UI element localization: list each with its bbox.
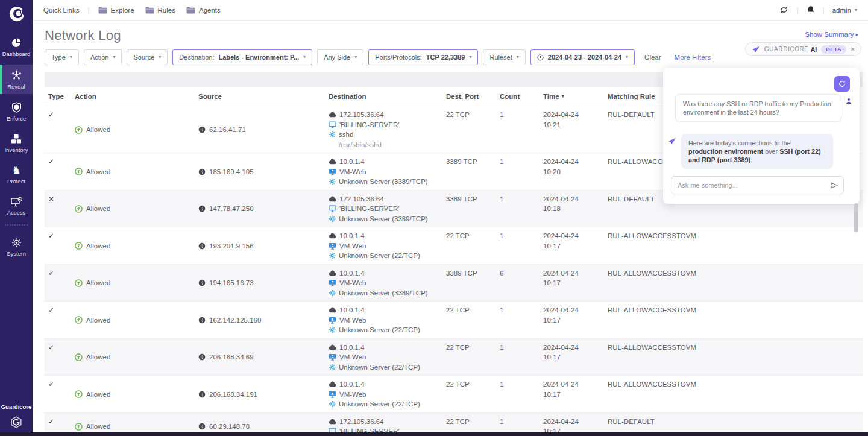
- filter-type[interactable]: Type▾: [45, 49, 79, 65]
- sidebar-item-reveal[interactable]: Reveal: [0, 65, 33, 94]
- table-row[interactable]: ✓Allowed206.168.34.6910.0.1.4VM-WebUnkno…: [45, 339, 863, 376]
- filter-any-side[interactable]: Any Side▾: [317, 49, 363, 65]
- gear-icon: [329, 131, 336, 138]
- clock-icon: [537, 54, 544, 61]
- topbar: Quick Links | ExploreRulesAgents | | adm…: [33, 0, 868, 21]
- sidebar-item-dashboard[interactable]: Dashboard: [0, 33, 33, 62]
- type-cell: ✓: [45, 305, 75, 335]
- filter-buttons: Type▾Action▾Source▾Destination:Labels - …: [45, 49, 635, 65]
- folder-icon: [98, 7, 107, 14]
- column-header-type[interactable]: Type: [45, 93, 75, 100]
- time-date: 2024-04-24: [543, 194, 608, 204]
- filter-date-range[interactable]: 2024-04-23 - 2024-04-24▾: [530, 49, 635, 65]
- time-cell: 2024-04-2410:17: [543, 268, 608, 299]
- check-icon: ✓: [48, 306, 54, 314]
- table-row[interactable]: ✓Allowed162.142.125.16010.0.1.4VM-WebUnk…: [45, 302, 863, 339]
- destination-line: /usr/sbin/sshd: [329, 140, 446, 150]
- cloud-icon: [329, 419, 336, 425]
- vm-icon: [329, 168, 336, 175]
- globe-icon: [198, 279, 206, 286]
- filter-label: Ports/Protocols:: [375, 54, 422, 61]
- destination-text: 'BILLING-SERVER': [339, 120, 399, 130]
- allowed-icon: [75, 423, 83, 431]
- destination-cell: 10.0.1.4VM-WebUnknown Server (22/TCP): [329, 305, 446, 335]
- table-row[interactable]: ✓Allowed206.168.34.19110.0.1.4VM-WebUnkn…: [45, 376, 863, 413]
- cloud-icon: [329, 112, 336, 118]
- allowed-icon: [75, 390, 83, 398]
- time-clock: 10:17: [543, 390, 608, 400]
- column-header-time[interactable]: Time▾: [543, 93, 608, 100]
- caret-icon: ▾: [113, 55, 115, 60]
- sidebar-item-inventory[interactable]: Inventory: [0, 129, 33, 157]
- filter-source[interactable]: Source▾: [127, 49, 168, 65]
- filter-ports-protocols[interactable]: Ports/Protocols:TCP 22,3389▾: [368, 49, 478, 65]
- count-cell: 1: [500, 194, 543, 224]
- monitor-icon: [329, 205, 336, 212]
- globe-icon: [198, 205, 206, 212]
- column-header-destination[interactable]: Destination: [329, 93, 446, 100]
- matching-rule-cell: RUL-ALLOWACCESSTOVM: [608, 268, 863, 299]
- user-menu[interactable]: admin ▾: [832, 7, 857, 14]
- monitor-icon: [329, 121, 336, 128]
- time-cell: 2024-04-2410:17: [543, 305, 608, 335]
- topbar-link-agents[interactable]: Agents: [186, 7, 221, 14]
- filter-label: Any Side: [324, 54, 350, 61]
- guardicore-logo-icon[interactable]: [7, 5, 25, 23]
- type-cell: ✓: [45, 157, 75, 187]
- chat-reset-button[interactable]: [834, 76, 850, 92]
- column-header-action[interactable]: Action: [75, 93, 198, 100]
- sidebar-item-label: Access: [7, 209, 26, 216]
- topbar-divider: |: [87, 6, 89, 14]
- send-button[interactable]: [830, 182, 838, 189]
- time-cell: 2024-04-2410:17: [543, 343, 608, 373]
- type-cell: ✓: [45, 343, 75, 373]
- refresh-icon[interactable]: [779, 6, 788, 14]
- filter-destination[interactable]: Destination:Labels - Environment: P...▾: [172, 49, 312, 65]
- globe-icon: [198, 391, 206, 398]
- destination-text: sshd: [339, 130, 353, 140]
- sidebar-item-enforce[interactable]: Enforce: [0, 97, 33, 126]
- destination-text: Unknown Server (22/TCP): [339, 399, 420, 409]
- topbar-link-rules[interactable]: Rules: [145, 7, 175, 14]
- sidebar-item-protect[interactable]: ♞Protect: [0, 160, 33, 189]
- caret-icon: ▾: [70, 55, 72, 60]
- protect-icon: ♞: [11, 165, 20, 175]
- filter-ruleset[interactable]: Ruleset▾: [483, 49, 525, 65]
- close-icon[interactable]: ×: [851, 46, 855, 53]
- clear-filters-link[interactable]: Clear: [644, 54, 661, 61]
- column-header-label: Matching Rule: [608, 93, 655, 100]
- source-ip: 206.168.34.69: [209, 352, 254, 362]
- time-cell: 2024-04-2410:17: [543, 379, 608, 409]
- column-header-count[interactable]: Count: [500, 93, 543, 100]
- chat-input[interactable]: [678, 182, 830, 189]
- quick-links-link[interactable]: Quick Links: [43, 7, 79, 14]
- guardicore-ai-pill[interactable]: GUARDICORE AI BETA ×: [745, 42, 861, 56]
- sidebar-item-system[interactable]: System: [0, 233, 33, 261]
- filter-action[interactable]: Action▾: [84, 49, 122, 65]
- globe-icon: [198, 168, 206, 175]
- notifications-bell-icon[interactable]: [807, 5, 815, 14]
- table-row[interactable]: ✓Allowed193.201.9.15610.0.1.4VM-WebUnkno…: [45, 227, 863, 265]
- sidebar-item-label: Dashboard: [2, 51, 30, 57]
- beta-badge: BETA: [821, 45, 846, 54]
- time-date: 2024-04-24: [543, 157, 608, 167]
- more-filters-link[interactable]: More Filters: [675, 54, 711, 61]
- action-label: Allowed: [86, 390, 110, 400]
- assistant-message-text: Here are today's connections to the prod…: [688, 139, 821, 163]
- sidebar-item-access[interactable]: Access: [0, 192, 33, 220]
- time-clock: 10:17: [543, 315, 608, 326]
- table-row[interactable]: ✓Allowed194.165.16.7310.0.1.4VM-WebUnkno…: [45, 265, 863, 302]
- topbar-link-explore[interactable]: Explore: [98, 7, 134, 14]
- destination-text: 172.105.36.64: [339, 194, 384, 204]
- count-cell: 1: [500, 231, 543, 261]
- count-cell: 1: [500, 343, 543, 373]
- column-header-dest-port[interactable]: Dest. Port: [446, 93, 500, 100]
- type-cell: ✓: [45, 379, 75, 409]
- filter-value: TCP 22,3389: [426, 54, 465, 61]
- show-summary-link[interactable]: Show Summary ▸: [805, 31, 858, 38]
- table-scrollbar[interactable]: [854, 203, 858, 232]
- type-cell: ✓: [45, 231, 75, 261]
- column-header-source[interactable]: Source: [198, 93, 329, 100]
- destination-text: 10.0.1.4: [339, 268, 365, 279]
- allowed-icon: [75, 353, 83, 361]
